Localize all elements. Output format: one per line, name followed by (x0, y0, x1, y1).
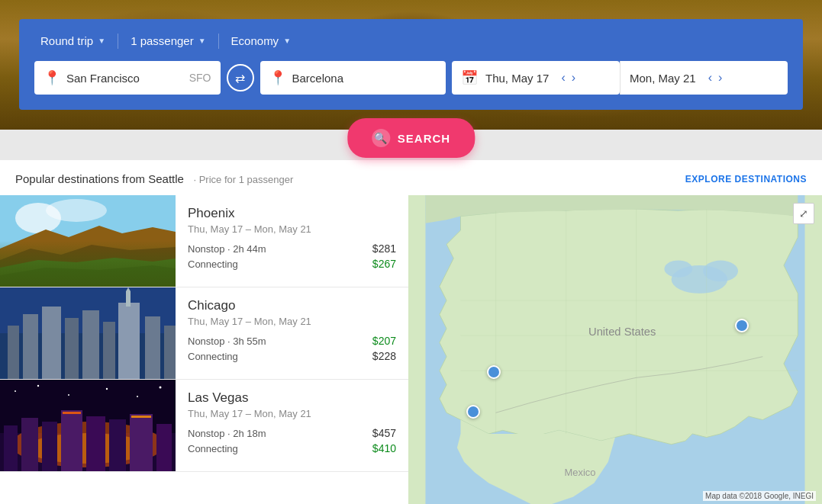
origin-pin-icon: 📍 (44, 69, 60, 86)
destination-info-phoenix: Phoenix Thu, May 17 – Mon, May 21 Nonsto… (176, 195, 408, 287)
destination-item-chicago[interactable]: Chicago Thu, May 17 – Mon, May 21 Nonsto… (0, 287, 408, 380)
map-background: United States Mexico ⤢ Map data ©2018 Go… (408, 195, 822, 504)
svg-rect-11 (42, 307, 61, 379)
map-credit: Map data ©2018 Google, INEGI (703, 491, 816, 501)
phoenix-nonstop-row: Nonstop · 2h 44m $281 (188, 242, 396, 255)
destination-dates-chicago: Thu, May 17 – Mon, May 21 (188, 316, 396, 327)
map-svg: United States Mexico (408, 195, 822, 504)
chicago-nonstop-row: Nonstop · 3h 55m $207 (188, 335, 396, 347)
chicago-connecting-label: Connecting (188, 351, 238, 362)
svg-point-35 (37, 385, 39, 387)
lasvegas-nonstop-price: $457 (372, 427, 396, 439)
phoenix-nonstop-price: $281 (372, 242, 396, 255)
chicago-nonstop-price: $207 (372, 335, 396, 347)
destination-dates-phoenix: Thu, May 17 – Mon, May 21 (188, 223, 396, 235)
svg-point-34 (15, 390, 16, 392)
phoenix-nonstop-label: Nonstop · 2h 44m (188, 243, 266, 255)
destination-item-phoenix[interactable]: Phoenix Thu, May 17 – Mon, May 21 Nonsto… (0, 195, 408, 287)
svg-rect-10 (23, 314, 38, 379)
map-expand-button[interactable]: ⤢ (793, 203, 814, 224)
origin-field[interactable]: 📍 SFO (34, 61, 221, 95)
content-body: Phoenix Thu, May 17 – Mon, May 21 Nonsto… (0, 195, 822, 504)
search-panel: Round trip ▼ 1 passenger ▼ Economy ▼ 📍 S… (19, 19, 803, 110)
svg-rect-14 (103, 322, 115, 379)
svg-marker-4 (0, 245, 176, 287)
class-caret: ▼ (283, 37, 291, 45)
destination-item-lasvegas[interactable]: Las Vegas Thu, May 17 – Mon, May 21 Nons… (0, 380, 408, 472)
svg-rect-13 (82, 310, 99, 379)
popular-heading: Popular destinations from Seattle · Pric… (15, 172, 293, 186)
trip-type-caret: ▼ (98, 37, 105, 45)
passengers-dropdown[interactable]: 1 passenger ▼ (124, 31, 211, 50)
popular-title: Popular destinations from Seattle (15, 172, 184, 185)
destination-image-chicago (0, 287, 176, 379)
return-date-section[interactable]: Mon, May 21 ‹ › (620, 61, 788, 95)
lasvegas-nonstop-row: Nonstop · 2h 18m $457 (188, 427, 396, 439)
search-icon: 🔍 (372, 129, 390, 147)
svg-text:United States: United States (588, 326, 656, 338)
class-dropdown[interactable]: Economy ▼ (225, 31, 297, 50)
svg-rect-25 (21, 418, 38, 471)
return-prev-button[interactable]: ‹ (707, 70, 714, 85)
svg-marker-5 (0, 258, 176, 287)
phoenix-connecting-row: Connecting $267 (188, 258, 396, 270)
svg-point-43 (664, 261, 692, 278)
chicago-connecting-price: $228 (372, 350, 396, 362)
svg-text:Mexico: Mexico (565, 467, 596, 478)
svg-rect-9 (8, 326, 19, 379)
return-date-label: Mon, May 21 (630, 72, 696, 85)
main-content: Popular destinations from Seattle · Pric… (0, 160, 822, 504)
search-button-wrap: 🔍 SEARCH (347, 118, 475, 158)
map-dot-phoenix[interactable] (487, 365, 501, 379)
class-label: Economy (231, 34, 279, 47)
svg-rect-26 (42, 422, 57, 471)
destination-dates-lasvegas: Thu, May 17 – Mon, May 21 (188, 408, 396, 419)
svg-point-39 (160, 387, 162, 389)
depart-prev-button[interactable]: ‹ (559, 70, 566, 85)
price-note: · Price for 1 passenger (193, 174, 293, 185)
svg-rect-18 (126, 291, 131, 307)
svg-point-44 (703, 261, 738, 282)
destination-image-lasvegas (0, 380, 176, 471)
svg-rect-29 (109, 419, 126, 471)
depart-date-nav: ‹ › (559, 70, 577, 85)
svg-marker-6 (0, 265, 176, 287)
chicago-connecting-row: Connecting $228 (188, 350, 396, 362)
trip-type-label: Round trip (40, 34, 93, 47)
svg-rect-28 (86, 416, 105, 471)
calendar-icon: 📅 (461, 69, 478, 86)
destination-image-phoenix (0, 195, 176, 287)
svg-rect-27 (61, 410, 82, 471)
search-inputs-row: 📍 SFO ⇄ 📍 📅 Thu, May 17 ‹ › Mon, May 21 … (34, 61, 788, 95)
trip-type-dropdown[interactable]: Round trip ▼ (34, 31, 111, 50)
destination-name-lasvegas: Las Vegas (188, 390, 396, 406)
svg-rect-17 (164, 326, 176, 379)
phoenix-connecting-price: $267 (372, 258, 396, 270)
origin-input[interactable] (66, 72, 186, 85)
explore-destinations-link[interactable]: EXPLORE DESTINATIONS (685, 174, 807, 185)
svg-point-36 (68, 394, 69, 396)
passengers-label: 1 passenger (131, 34, 194, 47)
svg-rect-32 (63, 412, 81, 414)
depart-next-button[interactable]: › (570, 70, 577, 85)
options-separator-2 (218, 34, 219, 49)
swap-button[interactable]: ⇄ (227, 64, 254, 91)
options-separator-1 (118, 34, 118, 49)
search-button[interactable]: 🔍 SEARCH (347, 118, 475, 158)
content-header: Popular destinations from Seattle · Pric… (0, 160, 822, 195)
destination-field[interactable]: 📍 (260, 61, 446, 95)
passengers-caret: ▼ (198, 37, 206, 45)
destination-info-chicago: Chicago Thu, May 17 – Mon, May 21 Nonsto… (176, 287, 408, 379)
svg-point-37 (106, 388, 108, 390)
phoenix-connecting-label: Connecting (188, 258, 238, 270)
svg-point-38 (137, 396, 138, 397)
return-next-button[interactable]: › (717, 70, 724, 85)
svg-rect-31 (156, 424, 172, 471)
svg-rect-16 (145, 316, 160, 379)
depart-date-label: Thu, May 17 (485, 72, 549, 85)
destination-input[interactable] (292, 72, 437, 85)
depart-date-section[interactable]: 📅 Thu, May 17 ‹ › (452, 61, 620, 95)
origin-code: SFO (189, 72, 211, 84)
lasvegas-connecting-row: Connecting $410 (188, 442, 396, 454)
lasvegas-connecting-price: $410 (372, 442, 396, 454)
